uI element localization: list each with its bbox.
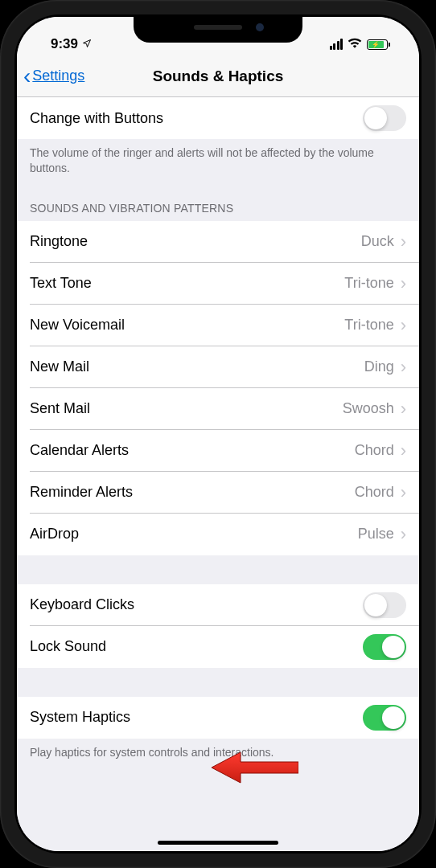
row-lock-sound[interactable]: Lock Sound xyxy=(17,626,419,668)
battery-icon: ⚡ xyxy=(367,39,390,50)
chevron-right-icon: › xyxy=(401,399,406,420)
navigation-bar: ‹ Settings Sounds & Haptics xyxy=(17,55,419,97)
row-calendar-alerts[interactable]: Calendar AlertsChord› xyxy=(17,430,419,472)
home-indicator[interactable] xyxy=(158,841,278,845)
row-label: Ringtone xyxy=(30,233,361,250)
back-button-label: Settings xyxy=(32,68,84,84)
section-header-patterns: SOUNDS AND VIBRATION PATTERNS xyxy=(17,187,419,221)
row-label: Text Tone xyxy=(30,275,344,292)
chevron-right-icon: › xyxy=(401,357,406,378)
cellular-signal-icon xyxy=(330,39,343,50)
footer-system-haptics: Play haptics for system controls and int… xyxy=(17,739,419,772)
row-label: New Voicemail xyxy=(30,317,344,334)
chevron-right-icon: › xyxy=(401,231,406,252)
row-value: Pulse xyxy=(358,526,394,542)
row-label: Sent Mail xyxy=(30,400,343,417)
row-new-voicemail[interactable]: New VoicemailTri-tone› xyxy=(17,305,419,346)
row-label: Keyboard Clicks xyxy=(30,596,363,613)
row-new-mail[interactable]: New MailDing› xyxy=(17,346,419,388)
row-change-with-buttons[interactable]: Change with Buttons xyxy=(17,97,419,139)
chevron-right-icon: › xyxy=(401,524,406,545)
settings-content[interactable]: Change with Buttons The volume of the ri… xyxy=(17,97,419,851)
row-ringtone[interactable]: RingtoneDuck› xyxy=(17,221,419,263)
row-reminder-alerts[interactable]: Reminder AlertsChord› xyxy=(17,472,419,514)
row-label: System Haptics xyxy=(30,709,363,726)
back-button[interactable]: ‹ Settings xyxy=(17,65,84,88)
chevron-right-icon: › xyxy=(401,315,406,336)
chevron-left-icon: ‹ xyxy=(23,65,31,88)
row-label: Change with Buttons xyxy=(30,110,363,127)
row-label: AirDrop xyxy=(30,526,358,542)
footer-change-with-buttons: The volume of the ringer and alerts will… xyxy=(17,139,419,187)
row-label: Lock Sound xyxy=(30,638,363,655)
status-time: 9:39 xyxy=(51,36,78,52)
toggle-system-haptics[interactable] xyxy=(363,705,406,731)
row-value: Chord xyxy=(355,442,394,459)
wifi-icon xyxy=(348,36,362,52)
toggle-lock-sound[interactable] xyxy=(363,634,406,660)
row-airdrop[interactable]: AirDropPulse› xyxy=(17,514,419,555)
row-value: Duck xyxy=(361,233,394,250)
toggle-keyboard-clicks[interactable] xyxy=(363,592,406,618)
chevron-right-icon: › xyxy=(401,440,406,461)
device-notch xyxy=(134,17,302,43)
row-value: Tri-tone xyxy=(344,275,393,292)
row-label: Calendar Alerts xyxy=(30,442,355,459)
row-value: Ding xyxy=(364,358,394,375)
row-sent-mail[interactable]: Sent MailSwoosh› xyxy=(17,388,419,430)
chevron-right-icon: › xyxy=(401,273,406,294)
row-value: Tri-tone xyxy=(344,317,393,334)
row-label: Reminder Alerts xyxy=(30,484,355,501)
location-services-icon xyxy=(82,36,92,52)
page-title: Sounds & Haptics xyxy=(153,68,284,85)
row-value: Chord xyxy=(355,484,394,501)
row-value: Swoosh xyxy=(343,400,394,417)
row-system-haptics[interactable]: System Haptics xyxy=(17,697,419,739)
toggle-change-with-buttons[interactable] xyxy=(363,105,406,131)
row-label: New Mail xyxy=(30,358,364,375)
row-keyboard-clicks[interactable]: Keyboard Clicks xyxy=(17,584,419,626)
chevron-right-icon: › xyxy=(401,482,406,503)
row-text-tone[interactable]: Text ToneTri-tone› xyxy=(17,263,419,305)
